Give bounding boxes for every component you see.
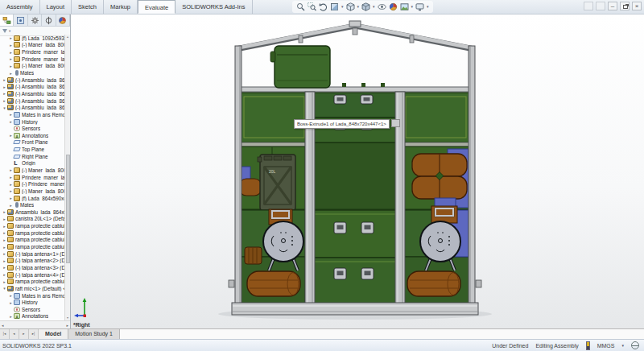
expand-arrow-icon[interactable]: ▸ [8, 119, 14, 124]
expand-arrow-icon[interactable]: ▸ [2, 217, 7, 221]
tree-horizontal-scrollbar[interactable]: ◂ ▸ [0, 320, 70, 328]
displaymanager-tab[interactable] [56, 14, 70, 26]
tree-item[interactable]: ▸ (-) Prindere_maner_lad [0, 180, 64, 188]
expand-arrow-icon[interactable]: ▸ [2, 251, 7, 256]
ribbon-tab[interactable]: Markup [104, 0, 138, 14]
tree-item[interactable]: ▾ (-) Ansamblu_lada_864x590 [0, 104, 64, 111]
tree-item[interactable]: Front Plane [0, 139, 64, 147]
scroll-right-icon[interactable]: ▸ [66, 323, 68, 328]
document-tab[interactable]: Model [39, 329, 68, 339]
tree-item[interactable]: ▸ History [0, 118, 64, 126]
ribbon-tab[interactable]: Layout [40, 0, 72, 14]
expand-arrow-icon[interactable]: ▸ [8, 167, 14, 172]
tree-item[interactable]: ▸ History [0, 299, 64, 306]
ammo-boxes-right[interactable] [412, 154, 467, 199]
view-orientation-icon[interactable] [346, 2, 355, 11]
tree-item[interactable]: Sensors [0, 125, 64, 132]
tree-item[interactable]: ▸ (-) Maner_lada_800x47 [0, 188, 64, 195]
barrel-right[interactable] [407, 271, 460, 296]
previous-view-icon[interactable] [319, 2, 328, 11]
expand-arrow-icon[interactable]: ▸ [8, 56, 14, 61]
keg[interactable] [245, 247, 262, 264]
ribbon-tab[interactable]: SOLIDWORKS Add-Ins [175, 0, 252, 14]
expand-arrow-icon[interactable]: ▸ [8, 71, 14, 76]
ribbon-tab[interactable]: Evaluate [138, 0, 175, 14]
expand-arrow-icon[interactable]: ▸ [8, 203, 14, 208]
configurationmanager-tab[interactable] [28, 14, 42, 26]
toolbar-caret-icon[interactable]: ▾ [373, 1, 375, 13]
tree-item[interactable]: ▸ (-) talpa antena<2> (Defau [0, 258, 64, 265]
scroll-left-icon[interactable]: ◂ [2, 323, 4, 328]
scrollbar-thumb[interactable] [66, 155, 70, 263]
expand-arrow-icon[interactable]: ▾ [2, 105, 7, 110]
close-button[interactable]: × [632, 2, 642, 10]
tree-item[interactable]: ▸ (-) Ansamblu_lada_864x590 [0, 83, 64, 90]
expand-arrow-icon[interactable]: ▸ [2, 272, 7, 277]
expand-arrow-icon[interactable]: ▸ [8, 35, 14, 40]
tree-item[interactable]: ▸ Mates [0, 69, 64, 76]
zoom-to-area-icon[interactable] [308, 2, 316, 11]
expand-arrow-icon[interactable]: ▸ [2, 85, 7, 89]
tree-item[interactable]: ▸ Prindere_maner_lada_8 [0, 56, 64, 63]
collapse-ribbon-button[interactable] [584, 2, 593, 10]
units-caret-icon[interactable]: ▾ [621, 343, 624, 348]
tab-nav-button[interactable]: |◂ [0, 329, 10, 339]
tree-item[interactable]: ▸ rampa protectie cablului<2> [0, 229, 64, 237]
apply-scene-icon[interactable] [400, 2, 409, 11]
tab-nav-button[interactable]: ◂ [10, 329, 19, 339]
scroll-up-icon[interactable]: ▴ [65, 35, 70, 39]
help-button[interactable] [596, 2, 605, 10]
expand-arrow-icon[interactable]: ▾ [2, 286, 7, 291]
tree-item[interactable]: ▸ rampa protectie cablului<1> [0, 222, 64, 229]
tree-item[interactable]: ▸ (-) Maner_lada_800x47 [0, 63, 64, 70]
toolbar-caret-icon[interactable]: ▾ [341, 1, 344, 13]
zoom-to-fit-icon[interactable] [296, 2, 305, 11]
tree-item[interactable]: Right Plane [0, 153, 64, 160]
tree-item[interactable]: ▸ (f) Lada_1092x593x394 [0, 35, 64, 42]
expand-arrow-icon[interactable]: ▸ [2, 237, 7, 242]
shelf-rail[interactable] [238, 83, 472, 92]
tree-item[interactable]: ▸ (-) Ansamblu_lada_864x590 [0, 97, 64, 105]
tree-item[interactable]: Origin [0, 160, 64, 167]
barrel-left[interactable] [247, 271, 300, 296]
assembly-3d-model[interactable]: 20L [71, 14, 644, 328]
tab-nav-button[interactable]: ▸ [19, 329, 29, 339]
tree-item[interactable]: ▸ rampa protectie cablului<3> [0, 237, 64, 244]
center-crates[interactable] [314, 210, 396, 304]
expand-arrow-icon[interactable]: ▸ [8, 112, 14, 117]
expand-arrow-icon[interactable]: ▸ [8, 196, 14, 200]
editing-mode-label[interactable]: Editing Assembly [535, 343, 578, 349]
tree-item[interactable]: Top Plane [0, 146, 64, 153]
expand-arrow-icon[interactable]: ▸ [8, 188, 14, 193]
ribbon-tab[interactable]: Sketch [72, 0, 104, 14]
handle-box-right[interactable] [431, 206, 457, 223]
expand-arrow-icon[interactable]: ▸ [8, 175, 14, 180]
restore-button[interactable] [620, 2, 630, 10]
expand-arrow-icon[interactable]: ▸ [8, 43, 14, 47]
expand-arrow-icon[interactable]: ▸ [2, 265, 7, 270]
minimize-button[interactable]: – [608, 2, 617, 10]
tree-item[interactable]: ▾ raft mic<1> (Default) < [0, 285, 64, 292]
tree-item[interactable]: ▸ Prindere_maner_lada_8 [0, 48, 64, 56]
tree-item[interactable]: ▸ Prindere_maner_lada_8 [0, 174, 64, 181]
ribbon-tab[interactable]: Assembly [0, 0, 40, 14]
tree-item[interactable]: ▸ (-) Maner_lada_800x47 [0, 42, 64, 49]
expand-arrow-icon[interactable]: ▸ [8, 300, 14, 305]
tree-item[interactable]: Sensors [0, 306, 64, 313]
upper-crates[interactable] [240, 93, 470, 142]
expand-arrow-icon[interactable]: ▸ [2, 279, 7, 284]
toolbar-caret-icon[interactable]: ▾ [411, 1, 414, 13]
expand-arrow-icon[interactable]: ▸ [2, 230, 7, 235]
top-crate[interactable] [270, 46, 330, 88]
expand-arrow-icon[interactable]: ▸ [2, 77, 7, 82]
tree-vertical-scrollbar[interactable]: ▴ ▾ [64, 35, 70, 320]
jerry-can[interactable]: 20L [258, 155, 295, 210]
expand-arrow-icon[interactable]: ▸ [8, 182, 14, 187]
display-style-icon[interactable] [361, 2, 370, 11]
tree-item[interactable]: ▸ (-) Maner_lada_800x47 [0, 167, 64, 174]
expand-arrow-icon[interactable]: ▸ [2, 98, 7, 103]
lower-items[interactable] [240, 198, 470, 304]
dimxpertmanager-tab[interactable] [42, 14, 56, 26]
edit-appearance-icon[interactable] [389, 2, 398, 11]
tab-nav-button[interactable]: ▸| [29, 329, 39, 339]
